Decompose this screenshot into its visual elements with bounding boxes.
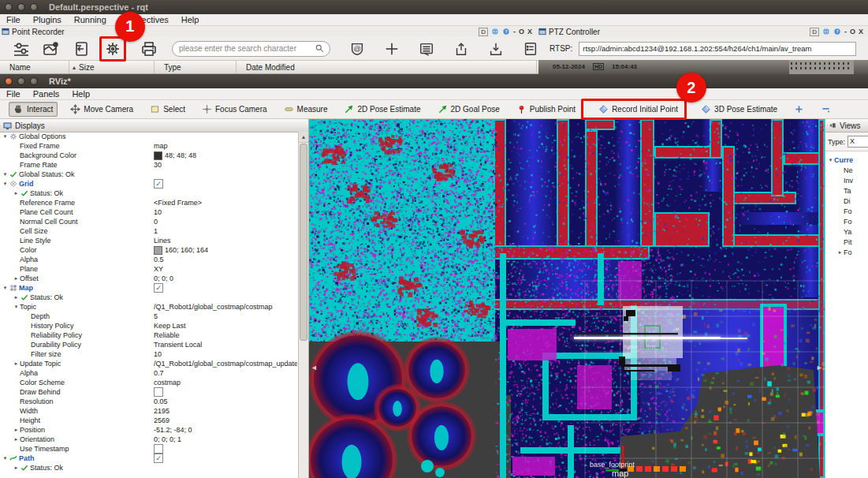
property-value[interactable]: Transient Local [154,340,202,349]
column-header-name[interactable]: Name [0,61,69,73]
expand-right-icon[interactable]: ▸ [13,360,20,367]
property-value[interactable]: 10 [154,349,162,359]
property-value[interactable]: 5 [154,312,158,321]
tool-2d-pose-estimate[interactable]: 2D Pose Estimate [340,103,424,116]
displays-row-durability-policy[interactable]: Durability PolicyTransient Local [0,340,298,349]
displays-row-topic[interactable]: ▾Topic/Q1_Robot1/global_costmap/costmap [0,302,298,312]
rviz-maximize-button[interactable] [30,77,38,85]
rviz-menu-panels[interactable]: Panels [33,89,60,99]
displays-row-background-color[interactable]: Background Color48; 48; 48 [0,151,298,160]
displays-row-height[interactable]: Height2569 [0,416,298,425]
views-row[interactable]: ▸Fo [825,247,868,257]
property-value[interactable]: 0; 0; 0; 1 [154,435,181,444]
displays-row-resolution[interactable]: Resolution0.05 [0,397,298,406]
color-swatch[interactable] [154,151,162,160]
displays-row-history-policy[interactable]: History PolicyKeep Last [0,321,298,330]
expand-right-icon[interactable]: ▸ [13,294,20,301]
property-value[interactable]: /Q1_Robot1/global_costmap/costmap_update… [154,359,297,368]
rqt-maximize-button[interactable] [30,3,38,11]
help-icon[interactable]: ? [833,28,841,35]
views-panel-header[interactable]: Views [825,119,868,133]
checkbox-checked[interactable]: ✓ [154,454,163,463]
property-value[interactable]: costmap [154,378,181,387]
tool-move-camera[interactable]: Move Camera [66,103,137,116]
dock-minimize-button[interactable]: - [844,28,847,35]
expand-down-icon[interactable]: ▾ [827,157,834,163]
displays-row-depth[interactable]: Depth5 [0,312,298,321]
expand-right-icon[interactable]: ▸ [13,465,20,471]
views-row[interactable]: Fo [825,206,868,216]
tool-focus-camera[interactable]: Focus Camera [198,103,271,116]
property-value[interactable]: 2195 [154,406,170,416]
displays-row-map[interactable]: ▾Map✓ [0,283,298,293]
property-value[interactable]: map [154,141,168,151]
costmap-canvas[interactable] [309,119,825,478]
dock-close-button[interactable]: X [527,28,532,35]
rviz-menu-file[interactable]: File [6,89,20,99]
displays-row-use-timestamp[interactable]: Use Timestamp [0,444,298,454]
reload-icon[interactable] [822,28,830,35]
rviz-minimize-button[interactable] [17,77,25,85]
displays-row-cell-size[interactable]: Cell Size1 [0,226,298,236]
share-icon[interactable] [453,41,469,57]
property-value[interactable]: 0.05 [154,397,168,406]
checkbox-checked[interactable]: ✓ [154,283,163,293]
views-row[interactable]: Di [825,196,868,206]
displays-row-position[interactable]: ▸Position-51.2; -84; 0 [0,425,298,435]
views-type-select[interactable]: X [848,136,868,148]
property-value[interactable]: /Q1_Robot1/global_costmap/costmap [154,302,273,312]
splitter-left-arrow-icon[interactable]: ◄ [311,364,318,372]
displays-row-filter-size[interactable]: Filter size10 [0,349,298,359]
tool-record-initial-point[interactable]: Record Initial Point [594,103,682,116]
expand-right-icon[interactable]: ▸ [13,436,20,443]
property-value[interactable]: <Fixed Frame> [154,198,202,207]
displays-row-alpha[interactable]: Alpha0.7 [0,368,298,378]
displays-row-reference-frame[interactable]: Reference Frame<Fixed Frame> [0,198,298,207]
help-icon[interactable]: ? [502,28,510,35]
displays-row-plane-cell-count[interactable]: Plane Cell Count10 [0,207,298,217]
property-value[interactable]: 0 [154,217,158,226]
rviz-close-button[interactable] [5,77,13,85]
rqt-menu-help[interactable]: Help [181,15,199,24]
save-icon[interactable] [73,40,90,58]
views-row[interactable]: Fo [825,216,868,226]
tool-publish-point[interactable]: Publish Point [512,103,579,116]
displays-row-color[interactable]: Color160; 160; 164 [0,245,298,255]
checkbox-checked[interactable]: ✓ [154,179,163,189]
tool-minusblue[interactable] [817,103,835,116]
property-value[interactable]: 1 [154,226,158,236]
dock-close-button[interactable]: X [859,28,863,35]
rqt-menu-file[interactable]: File [6,15,20,24]
expand-down-icon[interactable]: ▾ [2,133,9,140]
scrollbar-thumb[interactable] [300,144,307,341]
scroll-up-arrow-icon[interactable]: ▲ [299,132,308,143]
column-header-size[interactable]: ▴Size [69,61,155,73]
expand-right-icon[interactable]: ▸ [13,190,20,196]
sliders-icon[interactable] [13,40,30,58]
tool-interact[interactable]: Interact [9,102,58,117]
displays-row-reliability-policy[interactable]: Reliability PolicyReliable [0,330,298,340]
displays-row-normal-cell-count[interactable]: Normal Cell Count0 [0,217,298,226]
rtsp-url-input[interactable] [579,42,856,56]
displays-row-update-topic[interactable]: ▸Update Topic/Q1_Robot1/global_costmap/c… [0,359,298,368]
expand-right-icon[interactable]: ▸ [13,275,20,282]
gear-icon[interactable] [104,40,121,58]
property-value[interactable]: ✓ [154,454,163,463]
property-value[interactable]: 0.7 [154,368,164,378]
displays-row-status-ok[interactable]: ▸Status: Ok [0,189,298,198]
download-icon[interactable] [488,41,504,57]
views-row[interactable]: Ya [825,226,868,237]
property-value[interactable]: 30 [154,160,162,170]
rviz-menu-help[interactable]: Help [72,89,90,99]
property-value[interactable]: 0; 0; 0 [154,274,173,283]
displays-row-frame-rate[interactable]: Frame Rate30 [0,160,298,170]
displays-panel-header[interactable]: Displays [0,119,308,133]
displays-row-offset[interactable]: ▸Offset0; 0; 0 [0,274,298,283]
expand-right-icon[interactable]: ▸ [13,427,20,433]
displays-row-global-options[interactable]: ▾Global Options [0,132,298,141]
displays-row-status-ok[interactable]: ▸Status: Ok [0,463,298,472]
rqt-close-button[interactable] [5,3,13,11]
checklist-icon[interactable] [523,41,538,57]
displays-scrollbar[interactable]: ▲ [298,132,308,478]
displays-row-path[interactable]: ▾Path✓ [0,454,298,463]
